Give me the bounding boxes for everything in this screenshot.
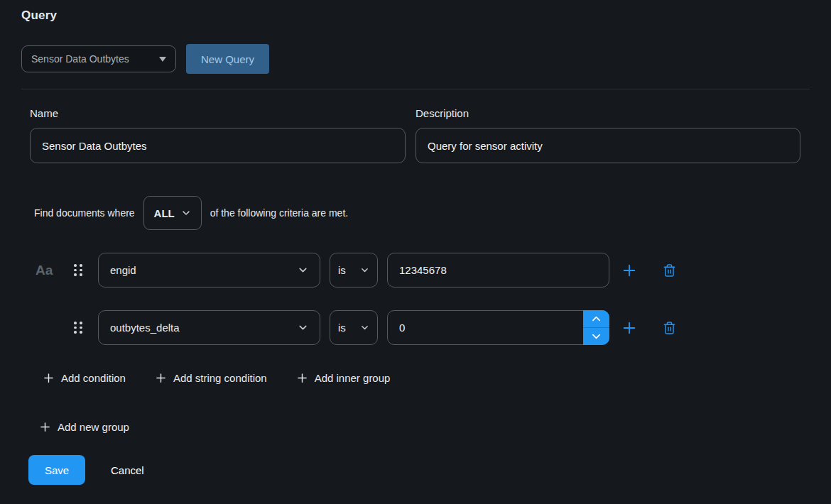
value-field-wrap [387,310,609,345]
add-condition-label: Add condition [61,372,126,384]
plus-icon [155,372,167,384]
drag-handle-icon[interactable] [74,264,98,276]
plus-icon [43,372,55,384]
trash-icon [663,263,676,278]
add-string-condition-label: Add string condition [173,372,267,384]
operator-select[interactable]: is [330,253,378,287]
intro-suffix-text: of the following criteria are met. [210,207,349,219]
field-select-value: engid [110,264,136,276]
trash-icon [663,321,676,335]
add-string-condition-button[interactable]: Add string condition [155,372,267,384]
description-field-group: Description [416,107,800,163]
condition-row: Aa engid is [21,253,810,287]
operator-select-value: is [338,264,346,276]
plus-icon [39,421,51,433]
value-field-wrap [387,253,609,287]
operator-select[interactable]: is [330,310,378,345]
chevron-up-icon [592,316,600,322]
name-field-group: Name [30,107,406,163]
add-condition-button[interactable]: Add condition [43,372,126,384]
field-select[interactable]: outbytes_delta [98,310,320,345]
description-label: Description [416,107,800,119]
footer-actions: Save Cancel [28,455,810,485]
plus-icon [296,372,308,384]
string-condition-icon[interactable]: Aa [36,263,53,278]
query-builder-page: Query Sensor Data Outbytes New Query Nam… [0,0,831,504]
add-inner-group-label: Add inner group [315,372,391,384]
cancel-button[interactable]: Cancel [111,464,144,476]
intro-prefix-text: Find documents where [34,207,135,219]
drag-handle-icon[interactable] [74,322,98,334]
add-condition-inline-button[interactable] [619,260,640,281]
match-mode-value: ALL [154,207,175,219]
query-meta-form: Name Description [30,107,810,163]
condition-row: outbytes_delta is [21,310,810,345]
spinner-down-button[interactable] [583,328,609,345]
dropdown-triangle-icon [159,57,166,62]
add-group-row: Add new group [39,421,810,433]
plus-icon [621,263,637,278]
chevron-down-icon [360,323,369,332]
new-query-button[interactable]: New Query [186,44,269,74]
add-condition-inline-button[interactable] [619,317,640,339]
name-input[interactable] [30,128,406,163]
chevron-down-icon [360,265,369,275]
description-input[interactable] [416,128,800,163]
field-select[interactable]: engid [98,253,320,287]
spinner-up-button[interactable] [583,310,609,328]
row-lead: Aa [21,263,74,278]
match-mode-select[interactable]: ALL [143,196,202,230]
condition-value-input[interactable] [387,253,609,287]
field-select-value: outbytes_delta [110,322,180,334]
delete-condition-button[interactable] [658,317,680,339]
page-title: Query [21,9,810,23]
saved-query-select-value: Sensor Data Outbytes [31,53,129,65]
chevron-down-icon [298,265,308,275]
add-inner-group-button[interactable]: Add inner group [296,372,391,384]
toolbar: Sensor Data Outbytes New Query [21,44,810,74]
add-new-group-label: Add new group [58,421,129,433]
chevron-down-icon [592,334,600,339]
criteria-intro: Find documents where ALL of the followin… [34,196,810,230]
delete-condition-button[interactable] [658,260,680,281]
save-button[interactable]: Save [28,455,85,485]
add-new-group-button[interactable]: Add new group [39,421,129,433]
saved-query-select[interactable]: Sensor Data Outbytes [21,45,176,72]
chevron-down-icon [181,208,191,218]
condition-value-input[interactable] [387,310,609,345]
divider [21,89,810,89]
chevron-down-icon [298,322,308,333]
operator-select-value: is [338,322,346,334]
plus-icon [621,320,637,336]
add-links-row: Add condition Add string condition Add i… [43,372,810,384]
number-spinner [583,310,609,345]
name-label: Name [30,107,406,119]
